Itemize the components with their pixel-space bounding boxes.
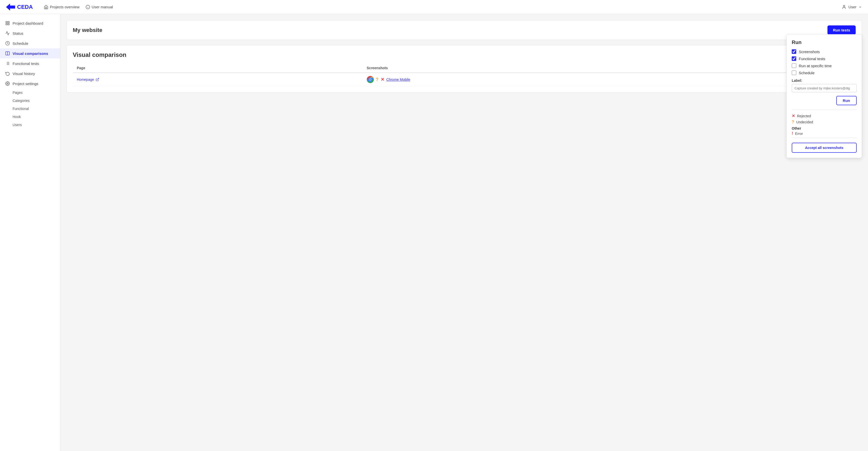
table-row: Homepage [73, 73, 856, 86]
project-title: My website [73, 27, 102, 33]
functional-icon [5, 61, 10, 66]
error-icon: ! [792, 131, 793, 136]
external-link-icon [96, 78, 99, 81]
sidebar-item-visual-history[interactable]: Visual history [0, 68, 60, 78]
svg-point-18 [7, 83, 8, 84]
projects-overview-label: Projects overview [50, 5, 80, 9]
sidebar-label: Schedule [12, 41, 28, 45]
home-icon [44, 5, 48, 9]
svg-point-22 [370, 79, 371, 80]
sidebar-sub-functional[interactable]: Functional [12, 105, 60, 113]
svg-marker-0 [6, 3, 15, 10]
sidebar-item-project-settings[interactable]: Project settings [0, 78, 60, 89]
run-at-specific-time-check-row: Run at specific time [792, 63, 857, 68]
sidebar-item-visual-comparisons[interactable]: Visual comparisons [0, 48, 60, 58]
run-at-specific-time-label: Run at specific time [799, 64, 832, 68]
sidebar-label: Visual history [12, 71, 35, 76]
functional-tests-check-label: Functional tests [799, 57, 825, 61]
screenshots-checkbox[interactable] [792, 49, 796, 54]
main-content: My website Run tests Visual comparison P… [60, 14, 868, 451]
sidebar-item-status[interactable]: Status [0, 28, 60, 38]
sidebar-sub-items: Pages Categories Functional Hook Users [0, 89, 60, 129]
sidebar-label: Project settings [12, 82, 38, 86]
schedule-checkbox[interactable] [792, 70, 796, 75]
schedule-icon [5, 41, 10, 46]
col-screenshots: Screenshots [363, 63, 856, 73]
legend-undecided: ? Undecided [792, 120, 857, 124]
logo-icon [6, 3, 15, 10]
label-row: Label: [792, 78, 857, 83]
logo-text: CEDA [17, 4, 33, 10]
user-manual-label: User manual [92, 5, 113, 9]
svg-rect-8 [6, 24, 7, 25]
homepage-link[interactable]: Homepage [77, 77, 359, 82]
svg-rect-5 [6, 22, 7, 23]
sidebar-sub-categories[interactable]: Categories [12, 97, 60, 105]
logo[interactable]: CEDA [6, 3, 33, 10]
browser-name-link[interactable]: Chrome Mobile [386, 77, 410, 82]
sidebar-label: Status [12, 31, 23, 35]
sidebar-label: Visual comparisons [12, 51, 48, 56]
user-menu[interactable]: User [842, 5, 862, 9]
svg-line-19 [97, 78, 98, 80]
chrome-icon [367, 76, 374, 83]
screenshots-check-label: Screenshots [799, 50, 820, 54]
sidebar-item-schedule[interactable]: Schedule [0, 38, 60, 48]
sidebar-item-functional-tests[interactable]: Functional tests [0, 58, 60, 68]
sidebar-label: Project dashboard [12, 21, 43, 25]
legend-error: ! Error [792, 131, 857, 136]
sidebar-item-project-dashboard[interactable]: Project dashboard [0, 18, 60, 28]
visual-comparison-title: Visual comparison [73, 51, 856, 58]
functional-tests-check-row: Functional tests [792, 56, 857, 61]
undecided-q-icon: ? [792, 120, 794, 124]
settings-icon [5, 81, 10, 86]
rejected-x-icon: ✕ [792, 114, 795, 118]
svg-rect-6 [8, 22, 9, 23]
run-popover: Run Screenshots Functional tests Run at … [786, 34, 862, 158]
legend-section: ✕ Rejected ? Undecided Other ! Error Acc… [792, 114, 857, 153]
status-icon [5, 31, 10, 36]
legend-other-title: Other [792, 126, 857, 130]
undecided-icon: ? [376, 77, 379, 82]
topnav: CEDA Projects overview User manual User [0, 0, 868, 14]
chevron-down-icon [859, 5, 862, 9]
info-icon [86, 5, 90, 9]
visual-comparisons-icon [5, 51, 10, 56]
svg-rect-7 [8, 24, 9, 25]
user-label: User [848, 5, 857, 9]
screenshots-cell: ? ✕ Chrome Mobile [367, 76, 851, 83]
visual-comparison-card: Visual comparison Page Screenshots [66, 45, 862, 93]
user-icon [842, 5, 846, 9]
schedule-check-label: Schedule [799, 71, 815, 75]
layout: Project dashboard Status Schedule Visual… [0, 14, 868, 451]
run-at-specific-time-checkbox[interactable] [792, 63, 796, 68]
sidebar-label: Functional tests [12, 61, 39, 66]
accept-all-screenshots-button[interactable]: Accept all screenshots [792, 143, 857, 153]
sidebar: Project dashboard Status Schedule Visual… [0, 14, 60, 451]
screenshots-check-row: Screenshots [792, 49, 857, 54]
run-tests-button[interactable]: Run tests [828, 25, 856, 35]
sidebar-sub-pages[interactable]: Pages [12, 89, 60, 97]
nav-projects-overview[interactable]: Projects overview [41, 0, 83, 14]
sidebar-sub-hook[interactable]: Hook [12, 113, 60, 121]
nav-user-manual[interactable]: User manual [83, 0, 116, 14]
screenshots-table: Page Screenshots Homepage [73, 63, 856, 86]
col-page: Page [73, 63, 363, 73]
svg-point-4 [843, 5, 845, 7]
popover-title: Run [792, 39, 857, 45]
schedule-check-row: Schedule [792, 70, 857, 75]
label-input[interactable] [792, 84, 857, 92]
rejected-icon: ✕ [381, 77, 384, 82]
sidebar-sub-users[interactable]: Users [12, 121, 60, 129]
popover-run-button[interactable]: Run [836, 96, 857, 105]
project-header: My website Run tests [66, 20, 862, 40]
functional-tests-checkbox[interactable] [792, 56, 796, 61]
legend-rejected: ✕ Rejected [792, 114, 857, 118]
dashboard-icon [5, 21, 10, 26]
history-icon [5, 71, 10, 76]
